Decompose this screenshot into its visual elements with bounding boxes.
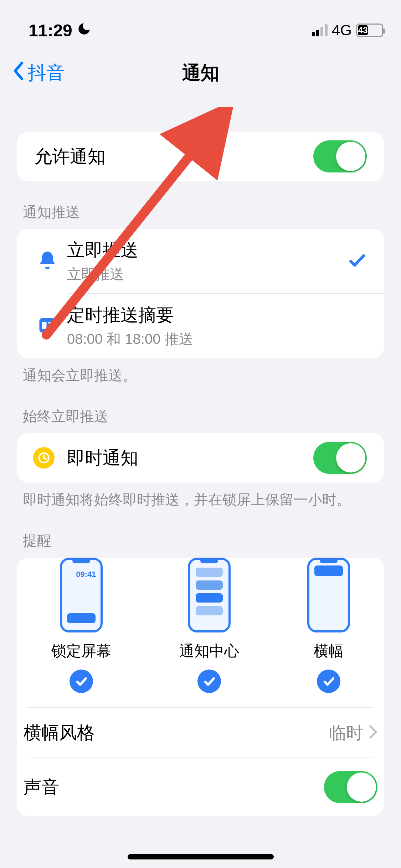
alerts-header: 提醒 [17, 510, 384, 558]
banner-style-row[interactable]: 横幅风格 临时 [17, 708, 384, 758]
battery-icon: 43 [356, 24, 383, 37]
sound-toggle[interactable] [324, 771, 377, 803]
delivery-scheduled-subtitle: 08:00 和 18:00 推送 [67, 329, 367, 349]
allow-notifications-card: 允许通知 [17, 132, 384, 181]
allow-notifications-row[interactable]: 允许通知 [17, 132, 384, 181]
delivery-immediate-subtitle: 立即推送 [67, 264, 348, 284]
alert-lockscreen-label: 锁定屏幕 [51, 641, 111, 661]
home-indicator[interactable] [128, 854, 274, 859]
lockscreen-preview-icon: 09:41 [60, 558, 103, 632]
network-type: 4G [332, 22, 352, 39]
svg-rect-0 [40, 318, 56, 332]
time-sensitive-label: 即时通知 [67, 446, 313, 470]
status-bar: 11:29 4G 43 [0, 0, 401, 50]
alert-option-notification-center[interactable]: 通知中心 [179, 558, 239, 693]
delivery-scheduled-title: 定时推送摘要 [67, 303, 367, 327]
time-sensitive-toggle[interactable] [313, 442, 367, 474]
summary-icon [37, 315, 58, 337]
battery-level: 43 [358, 25, 368, 35]
always-header: 始终立即推送 [17, 385, 384, 433]
nav-bar: 抖音 通知 [0, 50, 401, 96]
banner-style-value: 临时 [329, 722, 363, 744]
alert-option-banner[interactable]: 横幅 [307, 558, 350, 693]
always-footer: 即时通知将始终即时推送，并在锁屏上保留一小时。 [17, 482, 384, 510]
check-icon [348, 251, 367, 272]
alert-option-lockscreen[interactable]: 09:41 锁定屏幕 [51, 558, 111, 693]
allow-notifications-toggle[interactable] [313, 140, 367, 172]
notification-center-preview-icon [188, 558, 231, 632]
do-not-disturb-icon [77, 21, 92, 40]
status-time: 11:29 [29, 21, 72, 40]
alert-nc-label: 通知中心 [179, 641, 239, 661]
chevron-right-icon [369, 723, 377, 743]
time-sensitive-row[interactable]: 即时通知 [17, 433, 384, 482]
delivery-header: 通知推送 [17, 181, 384, 229]
delivery-card: 立即推送 立即推送 定时推送摘要 08:00 和 18:00 推送 [17, 229, 384, 358]
alert-nc-check[interactable] [197, 670, 221, 693]
banner-preview-icon [307, 558, 350, 632]
svg-rect-3 [48, 325, 53, 327]
cellular-signal-icon [312, 24, 328, 36]
allow-notifications-label: 允许通知 [34, 145, 313, 169]
alerts-card: 09:41 锁定屏幕 通知中心 [17, 558, 384, 816]
back-label: 抖音 [28, 61, 65, 86]
alert-banner-check[interactable] [317, 670, 340, 693]
chevron-left-icon [11, 61, 26, 85]
svg-rect-2 [48, 322, 53, 324]
sound-row[interactable]: 声音 [17, 758, 384, 816]
sound-label: 声音 [24, 775, 324, 799]
delivery-immediate-title: 立即推送 [67, 238, 348, 262]
delivery-scheduled-row[interactable]: 定时推送摘要 08:00 和 18:00 推送 [67, 293, 384, 358]
delivery-immediate-row[interactable]: 立即推送 立即推送 [17, 229, 384, 293]
alert-banner-label: 横幅 [314, 641, 344, 661]
delivery-footer: 通知会立即推送。 [17, 358, 384, 385]
bell-icon [37, 250, 58, 273]
svg-rect-1 [42, 322, 47, 329]
banner-style-label: 横幅风格 [24, 721, 329, 745]
time-sensitive-card: 即时通知 [17, 433, 384, 482]
clock-icon [33, 447, 55, 469]
back-button[interactable]: 抖音 [11, 61, 65, 86]
alert-lockscreen-check[interactable] [70, 670, 93, 693]
